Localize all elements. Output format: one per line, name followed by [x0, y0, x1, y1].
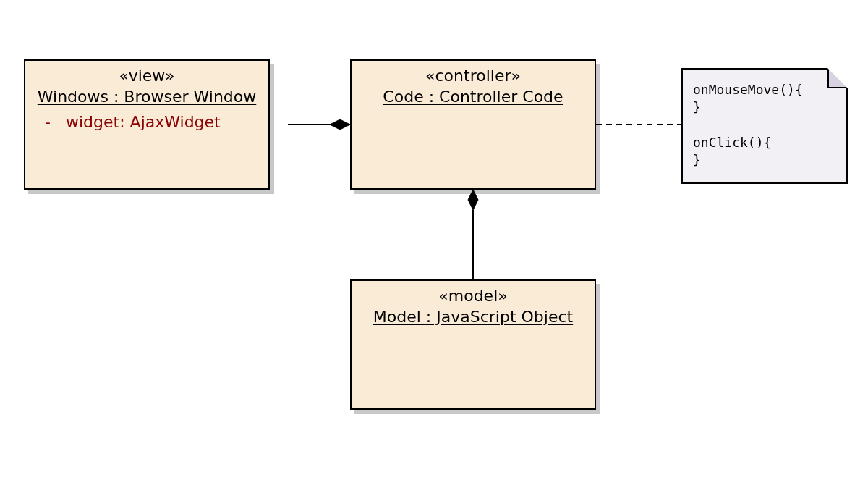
note-fold-icon — [827, 68, 848, 88]
view-attr-text: widget: AjaxWidget — [66, 113, 221, 131]
model-classname: Model : JavaScript Object — [365, 305, 582, 327]
note-content: onMouseMove(){ } onClick(){ } — [683, 70, 846, 169]
uml-box-view: «view» Windows : Browser Window - widget… — [24, 59, 270, 190]
model-stereotype: «model» — [352, 281, 595, 305]
uml-box-model: «model» Model : JavaScript Object — [350, 279, 596, 410]
view-classname: Windows : Browser Window — [29, 85, 265, 107]
controller-classname: Code : Controller Code — [374, 85, 571, 107]
view-attribute: - widget: AjaxWidget — [25, 107, 268, 131]
view-attr-visibility: - — [40, 113, 56, 131]
view-stereotype: «view» — [25, 61, 268, 85]
svg-marker-1 — [330, 119, 350, 130]
controller-stereotype: «controller» — [352, 61, 595, 85]
uml-box-controller: «controller» Code : Controller Code — [350, 59, 596, 190]
uml-note: onMouseMove(){ } onClick(){ } — [681, 68, 848, 184]
